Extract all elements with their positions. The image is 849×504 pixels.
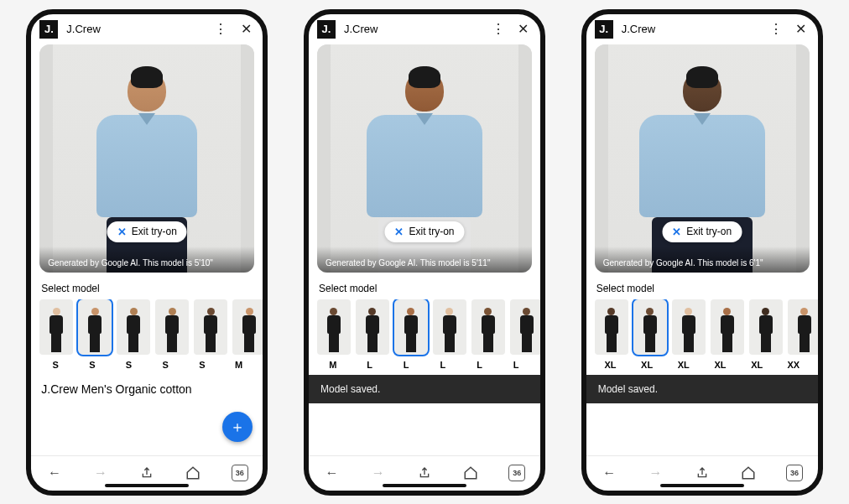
- size-label: XL: [668, 360, 700, 370]
- model-thumbnail[interactable]: [595, 299, 628, 355]
- home-icon[interactable]: [738, 463, 758, 483]
- ai-caption: Generated by Google AI. This model is 5'…: [317, 247, 532, 273]
- more-icon[interactable]: ⋮: [490, 21, 507, 37]
- close-icon[interactable]: ✕: [237, 21, 254, 37]
- size-label: L: [427, 360, 459, 370]
- ai-caption: Generated by Google AI. This model is 5'…: [39, 247, 254, 273]
- brand-name: J.Crew: [622, 23, 759, 35]
- exit-label: Exit try-on: [409, 226, 454, 237]
- exit-tryon-button[interactable]: ✕ Exit try-on: [107, 221, 187, 242]
- hero-image[interactable]: ✕ Exit try-on Generated by Google AI. Th…: [317, 44, 532, 273]
- app-header: J. J.Crew ⋮ ✕: [309, 14, 540, 44]
- tabs-icon[interactable]: 36: [507, 463, 527, 483]
- brand-name: J.Crew: [66, 23, 204, 35]
- size-label: S: [149, 360, 181, 370]
- size-label: XL: [595, 360, 627, 370]
- tabs-icon[interactable]: 36: [230, 463, 250, 483]
- ai-caption: Generated by Google AI. This model is 6'…: [595, 247, 810, 273]
- model-thumbnail[interactable]: [394, 299, 428, 355]
- exit-tryon-button[interactable]: ✕ Exit try-on: [384, 221, 464, 242]
- x-icon: ✕: [672, 226, 681, 238]
- size-label: XL: [631, 360, 663, 370]
- model-thumbnail[interactable]: [788, 299, 818, 355]
- exit-tryon-button[interactable]: ✕ Exit try-on: [662, 221, 742, 242]
- share-icon[interactable]: [692, 463, 712, 483]
- model-thumbnail-row[interactable]: [309, 299, 540, 358]
- share-icon[interactable]: [414, 463, 435, 483]
- size-label: S: [39, 360, 71, 370]
- size-label: M: [223, 360, 255, 370]
- model-thumbnail[interactable]: [711, 299, 744, 355]
- app-header: J. J.Crew ⋮ ✕: [586, 14, 818, 44]
- select-model-label: Select model: [596, 283, 808, 294]
- model-thumbnail[interactable]: [194, 299, 227, 355]
- product-title: J.Crew Men's Organic cotton: [31, 375, 263, 397]
- forward-icon[interactable]: →: [368, 463, 388, 483]
- brand-name: J.Crew: [344, 23, 482, 35]
- hero-image[interactable]: ✕ Exit try-on Generated by Google AI. Th…: [595, 44, 810, 273]
- size-row: SSSSSM: [31, 358, 263, 375]
- size-label: S: [76, 360, 108, 370]
- close-icon[interactable]: ✕: [515, 21, 532, 37]
- home-indicator: [383, 484, 466, 487]
- size-label: XX: [778, 360, 810, 370]
- model-thumbnail[interactable]: [672, 299, 706, 355]
- home-icon[interactable]: [183, 463, 203, 483]
- size-label: XL: [741, 360, 773, 370]
- model-thumbnail[interactable]: [78, 299, 112, 355]
- model-thumbnail[interactable]: [356, 299, 389, 355]
- back-icon[interactable]: ←: [44, 463, 65, 483]
- more-icon[interactable]: ⋮: [212, 21, 229, 37]
- brand-icon: J.: [317, 20, 336, 39]
- model-thumbnail[interactable]: [155, 299, 189, 355]
- x-icon: ✕: [117, 226, 127, 238]
- phone-frame-1: J. J.Crew ⋮ ✕ ✕ Exit try-on Generated by…: [26, 9, 268, 496]
- exit-label: Exit try-on: [686, 226, 732, 237]
- share-icon[interactable]: [137, 463, 157, 483]
- phone-frame-2: J. J.Crew ⋮ ✕ ✕ Exit try-on Generated by…: [304, 9, 545, 496]
- model-thumbnail[interactable]: [39, 299, 73, 355]
- size-label: XL: [705, 360, 737, 370]
- home-icon[interactable]: [461, 463, 481, 483]
- home-indicator: [105, 484, 189, 487]
- select-model-label: Select model: [41, 283, 253, 294]
- hero-image[interactable]: ✕ Exit try-on Generated by Google AI. Th…: [39, 44, 254, 273]
- more-icon[interactable]: ⋮: [768, 21, 784, 37]
- add-fab[interactable]: ＋: [222, 412, 253, 442]
- close-icon[interactable]: ✕: [793, 21, 810, 37]
- back-icon[interactable]: ←: [322, 463, 342, 483]
- size-label: L: [354, 360, 386, 370]
- toast: Model saved.: [586, 375, 818, 403]
- size-label: S: [186, 360, 218, 370]
- forward-icon[interactable]: →: [91, 463, 111, 483]
- app-header: J. J.Crew ⋮ ✕: [31, 14, 263, 44]
- size-row: MLLLLL: [309, 358, 540, 375]
- size-label: M: [317, 360, 349, 370]
- size-row: XLXLXLXLXLXX: [586, 358, 818, 375]
- model-thumbnail[interactable]: [471, 299, 505, 355]
- size-label: L: [500, 360, 532, 370]
- phone-frame-3: J. J.Crew ⋮ ✕ ✕ Exit try-on Generated by…: [581, 9, 823, 496]
- toast: Model saved.: [309, 375, 540, 403]
- model-thumbnail[interactable]: [433, 299, 466, 355]
- exit-label: Exit try-on: [132, 226, 177, 237]
- tabs-icon[interactable]: 36: [784, 463, 805, 483]
- select-model-label: Select model: [319, 283, 530, 294]
- model-thumbnail[interactable]: [117, 299, 150, 355]
- size-label: L: [390, 360, 422, 370]
- model-thumbnail-row[interactable]: [31, 299, 263, 358]
- brand-icon: J.: [595, 20, 613, 39]
- model-thumbnail-row[interactable]: [586, 299, 818, 358]
- back-icon[interactable]: ←: [599, 463, 619, 483]
- home-indicator: [660, 484, 744, 487]
- size-label: L: [464, 360, 496, 370]
- brand-icon: J.: [39, 20, 58, 39]
- model-thumbnail[interactable]: [232, 299, 263, 355]
- x-icon: ✕: [394, 226, 404, 238]
- model-thumbnail[interactable]: [510, 299, 540, 355]
- model-thumbnail[interactable]: [749, 299, 783, 355]
- model-thumbnail[interactable]: [633, 299, 667, 355]
- forward-icon[interactable]: →: [645, 463, 665, 483]
- size-label: S: [113, 360, 145, 370]
- model-thumbnail[interactable]: [317, 299, 351, 355]
